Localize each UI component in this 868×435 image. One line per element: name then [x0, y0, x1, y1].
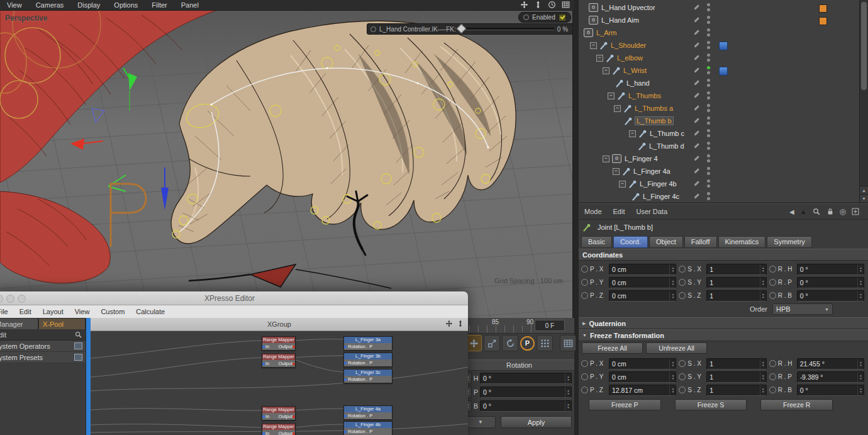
updown-icon[interactable]	[457, 320, 464, 327]
visibility-dots[interactable]	[707, 16, 710, 24]
visibility-dots[interactable]	[707, 79, 710, 87]
object-node[interactable]: L_Finger 4a Rotation . P	[343, 405, 392, 420]
menu-item[interactable]: Edit	[14, 308, 37, 315]
field-stepper[interactable]: ▲▼	[857, 291, 864, 301]
move-icon[interactable]	[520, 1, 528, 9]
rotation-input[interactable]: 0 ° ▲▼	[480, 373, 572, 384]
object-tree-row[interactable]: 0 L_Arm	[579, 26, 860, 39]
expand-toggle-icon[interactable]: −	[603, 155, 609, 162]
grid-icon[interactable]	[562, 1, 570, 9]
range-mapper-node[interactable]: Range Mapper In Output	[262, 353, 296, 368]
edit-pencil-icon[interactable]	[693, 93, 699, 98]
object-node[interactable]: L_Finger 4b Rotation . P	[343, 421, 392, 435]
rotate-tool-icon[interactable]	[502, 335, 518, 351]
edit-pencil-icon[interactable]	[693, 30, 699, 35]
visibility-dots[interactable]	[707, 28, 710, 37]
edit-pencil-icon[interactable]	[693, 130, 699, 136]
field-stepper[interactable]: ▲▼	[669, 385, 676, 395]
object-tree-row[interactable]: − L_Wrist	[579, 64, 860, 77]
expand-toggle-icon[interactable]: −	[608, 93, 615, 99]
field-stepper[interactable]: ▲▼	[565, 401, 571, 411]
pool-list-item[interactable]: System Operators	[0, 341, 86, 352]
enabled-checkbox[interactable]	[559, 14, 566, 21]
object-label[interactable]: L_Finger 4c	[643, 193, 679, 200]
freeze-r-button[interactable]: Freeze R	[760, 399, 833, 410]
node-ports[interactable]: Rotation . P	[344, 343, 392, 350]
object-label[interactable]: L_Finger 4	[625, 155, 658, 162]
coordinate-dropdown[interactable]: ▼	[465, 416, 496, 428]
timeline-ruler[interactable]: 85 90 0 F	[464, 318, 574, 334]
attribute-tab[interactable]: Basic	[581, 236, 612, 248]
cursor-icon[interactable]: ▲	[800, 208, 807, 215]
value-input[interactable]: 12.817 cm ▲▼	[609, 385, 676, 396]
value-input[interactable]: 0 ° ▲▼	[797, 264, 864, 275]
node-canvas[interactable]: Range Mapper In Output Range Mapp	[91, 330, 468, 435]
value-input[interactable]: 1 ▲▼	[706, 385, 766, 396]
menu-item[interactable]: Panel	[174, 0, 206, 10]
edit-pencil-icon[interactable]	[693, 4, 699, 10]
freeze-s-button[interactable]: Freeze S	[675, 399, 747, 410]
parent-axis-icon[interactable]: P	[520, 336, 535, 351]
zoom-traffic-light[interactable]	[18, 295, 26, 303]
visibility-dots[interactable]	[707, 104, 710, 112]
scrollbar-thumb[interactable]	[861, 2, 867, 90]
add-icon[interactable]	[852, 208, 859, 215]
value-input[interactable]: 0 cm ▲▼	[609, 290, 676, 302]
edit-pencil-icon[interactable]	[693, 143, 699, 149]
object-label[interactable]: L_Thumb b	[635, 117, 673, 125]
edit-pencil-icon[interactable]	[693, 168, 699, 174]
range-mapper-node[interactable]: Range Mapper In Output	[262, 423, 296, 435]
visibility-dots[interactable]	[707, 179, 710, 188]
pool-tab[interactable]: X-Pool	[38, 318, 86, 329]
xpresso-editor-window[interactable]: XPresso Editor FileEditLayoutViewCustomC…	[0, 291, 468, 435]
value-input[interactable]: 0 cm ▲▼	[609, 264, 676, 275]
object-label[interactable]: L_Thumbs a	[635, 105, 673, 112]
field-stepper[interactable]: ▲▼	[760, 359, 766, 369]
menu-item[interactable]: Layout	[37, 308, 69, 315]
keyframe-circle-icon[interactable]	[581, 360, 588, 367]
visibility-dots[interactable]	[707, 167, 710, 175]
field-stepper[interactable]: ▲▼	[669, 291, 676, 301]
value-input[interactable]: 1 ▲▼	[706, 277, 766, 288]
ikfk-slider-track[interactable]	[459, 28, 554, 30]
object-node[interactable]: L_Finger 3b Rotation . P	[343, 353, 392, 367]
object-label[interactable]: L_Thumbs	[628, 92, 661, 99]
field-stepper[interactable]: ▲▼	[669, 359, 676, 369]
object-tree-row[interactable]: L_Thumb d	[579, 140, 860, 152]
menu-item[interactable]: Options	[107, 0, 145, 10]
expand-toggle-icon[interactable]: −	[590, 42, 597, 49]
object-tree-row[interactable]: L_Finger 4c	[579, 190, 860, 203]
double-circle-icon[interactable]: ◎	[840, 207, 846, 216]
edit-pencil-icon[interactable]	[693, 42, 699, 48]
keyframe-circle-icon[interactable]	[679, 266, 686, 273]
close-traffic-light[interactable]	[0, 295, 3, 303]
field-stepper[interactable]: ▲▼	[857, 264, 864, 274]
object-label[interactable]: L_elbow	[617, 54, 643, 62]
edit-pencil-icon[interactable]	[693, 17, 699, 23]
object-manager-scrollbar[interactable]: ▲ ▼	[859, 0, 868, 203]
object-tree-row[interactable]: 0 L_Hand Upvector	[579, 1, 860, 14]
ikfk-enabled-control[interactable]: Enabled	[518, 12, 571, 23]
node-graph-area[interactable]: XGroup	[86, 318, 468, 435]
object-label[interactable]: L_Hand Upvector	[601, 4, 655, 11]
object-label[interactable]: L_Thumb c	[650, 130, 684, 137]
xpresso-titlebar[interactable]: XPresso Editor	[0, 291, 468, 305]
expand-toggle-icon[interactable]: −	[629, 130, 636, 137]
visibility-dots[interactable]	[707, 154, 710, 162]
menu-item[interactable]: Filter	[145, 0, 174, 10]
search-icon[interactable]	[813, 208, 821, 216]
pool-search-bar[interactable]: Edit	[0, 329, 86, 341]
quaternion-section-header[interactable]: ▶ Quaternion	[579, 317, 868, 329]
menu-item[interactable]: Calculate	[130, 308, 170, 315]
attribute-tab[interactable]: Object	[649, 236, 683, 248]
menu-item[interactable]: View	[69, 308, 96, 315]
expand-toggle-icon[interactable]: −	[619, 181, 626, 188]
value-input[interactable]: 0 cm ▲▼	[609, 277, 676, 288]
value-input[interactable]: 1 ▲▼	[706, 358, 766, 370]
range-mapper-node[interactable]: Range Mapper In Output	[262, 406, 296, 421]
ikfk-slider-knob[interactable]	[456, 24, 466, 34]
menu-item[interactable]: User Data	[631, 208, 674, 215]
keyframe-circle-icon[interactable]	[769, 360, 776, 367]
keyframe-circle-icon[interactable]	[679, 373, 686, 380]
object-tree-row[interactable]: − L_Finger 4b	[579, 178, 860, 190]
